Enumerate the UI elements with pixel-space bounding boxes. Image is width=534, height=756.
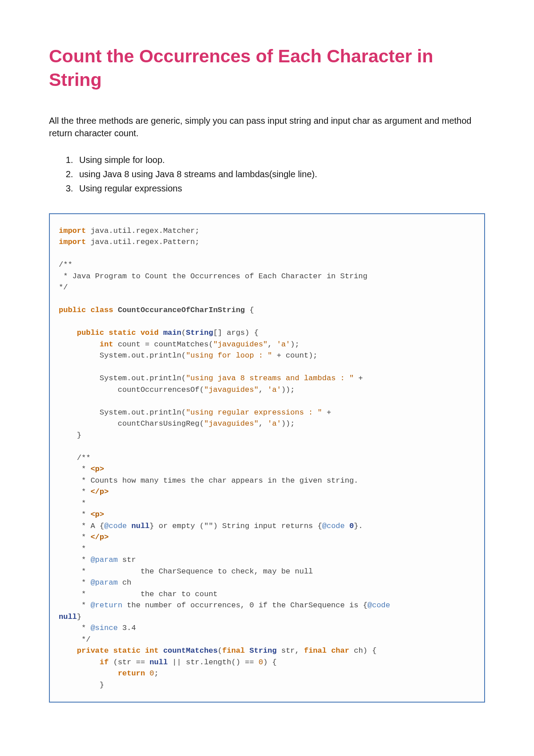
type-string: String [250,646,277,655]
class-name: CountOccuranceOfCharInString [118,306,245,314]
list-item: Using regular expressions [76,181,485,195]
string-literal: "using for loop : " [186,351,272,360]
code-text: System.out.println( [100,351,186,360]
at-code: @code [104,522,127,530]
code-text: + [354,374,363,382]
null-literal: null [150,658,168,667]
code-text: ) { [263,658,277,667]
keyword-final: final [304,646,327,655]
number-literal: 0 [259,658,263,667]
at-return: @return [90,601,122,610]
at-since: @since [90,624,117,632]
code-text: ch) { [349,646,376,655]
doc-tag-p-close: </p> [90,533,109,541]
number-literal: 0 [145,669,154,678]
char-literal: 'a' [277,340,291,349]
keyword-import: import [59,238,86,246]
method-name: countMatches [163,646,218,655]
null-literal: null [59,613,77,621]
code-text: , [267,340,276,349]
keyword-static: static [109,329,136,337]
javadoc-star: * [59,624,90,632]
method-list: Using simple for loop. using Java 8 usin… [76,153,485,195]
code-text: , [259,386,267,394]
code-text: , [259,419,267,428]
brace: } [59,681,104,689]
list-item: Using simple for loop. [76,153,485,167]
intro-paragraph: All the three methods are generic, simpl… [49,114,485,139]
code-text: (str == [109,658,150,667]
code-text: || str.length() == [168,658,259,667]
brace: } [59,431,81,439]
keyword-import: import [59,227,86,235]
code-text: )); [281,419,295,428]
doc-tag-p-close: </p> [90,488,109,496]
semicolon: ; [154,669,158,678]
javadoc-star: * [59,556,90,564]
javadoc-star: * [59,499,86,508]
brace: { [245,306,254,314]
code-text: } or empty ("") String input returns { [150,522,322,530]
code-text: [] args) { [213,329,259,337]
code-text: java.util.regex.Matcher; [86,227,199,235]
code-text: java.util.regex.Pattern; [86,238,199,246]
param-desc: * the CharSequence to check, may be null [59,567,313,576]
keyword-private: private [77,646,109,655]
at-code: @code [368,601,390,610]
javadoc-star: * [59,510,90,519]
keyword-static: static [113,646,140,655]
doc-tag-p: <p> [90,510,104,519]
code-text: )); [281,386,295,394]
code-text: System.out.println( [100,374,186,382]
code-text: count = countMatches( [113,340,213,349]
code-text: }. [354,522,363,530]
param-name: ch [118,578,132,587]
keyword-void: void [141,329,159,337]
param-desc: * the char to count [59,590,218,598]
brace: } [77,613,81,621]
javadoc-open: /** [59,260,73,269]
doc-tag-p: <p> [90,465,104,473]
char-literal: 'a' [267,386,281,394]
code-text: + [322,408,331,417]
javadoc-star: * [59,533,90,541]
keyword-char: char [331,646,349,655]
javadoc-star: * [59,601,90,610]
keyword-int: int [100,340,113,349]
javadoc-open: /** [59,454,90,462]
javadoc-star: * [59,578,90,587]
string-literal: "using regular expressions : " [186,408,322,417]
keyword-public: public [77,329,104,337]
string-literal: "javaguides" [204,419,258,428]
type-string: String [186,329,213,337]
code-text: + count); [272,351,318,360]
param-name: str [118,556,136,564]
keyword-class: class [90,306,113,314]
code-text: countCharsUsingReg( [59,419,204,428]
string-literal: "javaguides" [213,340,267,349]
keyword-int: int [145,646,159,655]
at-param: @param [90,556,117,564]
char-literal: 'a' [267,419,281,428]
method-name: main [163,329,182,337]
keyword-final: final [222,646,245,655]
javadoc-line: * A { [59,522,104,530]
keyword-if: if [100,658,109,667]
string-literal: "using java 8 streams and lambdas : " [186,374,354,382]
javadoc-close: */ [59,635,90,644]
javadoc-star: * [59,545,86,553]
javadoc-star: * [59,465,90,473]
at-param: @param [90,578,117,587]
javadoc-star: * [59,488,90,496]
string-literal: "javaguides" [204,386,258,394]
code-text: System.out.println( [100,408,186,417]
javadoc-line: * Counts how many times the char appears… [59,476,358,485]
since-val: 3.4 [118,624,136,632]
return-desc: the number of occurrences, 0 if the Char… [122,601,368,610]
javadoc-line: * Java Program to Count the Occurrences … [59,272,368,280]
page-title: Count the Occurrences of Each Character … [49,45,485,92]
keyword-return: return [118,669,145,678]
code-text: str, [277,646,304,655]
at-code: @code [322,522,345,530]
keyword-public: public [59,306,86,314]
